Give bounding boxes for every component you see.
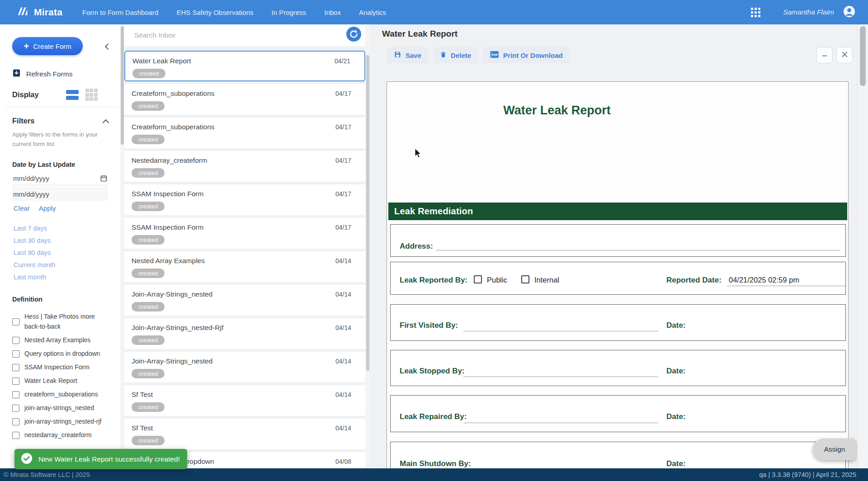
reported-date-value[interactable]: 04/21/2025 02:59 pm (729, 276, 799, 284)
clear-link[interactable]: Clear (14, 204, 30, 212)
inbox-item[interactable]: Nested Array Examples 04/14 created (124, 251, 365, 282)
date-label: Date: (666, 412, 686, 421)
definition-option[interactable]: Water Leak Report (12, 374, 113, 388)
toast-message: New Water Leak Report successfully creat… (38, 455, 180, 463)
detail-title: Water Leak Report (382, 29, 458, 39)
status-badge: created (132, 302, 165, 311)
nav-ehs-safety-observations[interactable]: EHS Safety Observations (176, 9, 253, 16)
range-last-7-days[interactable]: Last 7 days (14, 222, 56, 235)
definition-option-label: SSAM Inspection Form (24, 363, 90, 373)
refresh-forms-button[interactable]: Refresh Forms (12, 69, 73, 79)
definition-option[interactable]: join-array-strings_nested-rjf (12, 415, 113, 429)
print-or-download-button[interactable]: PDF Print Or Download (483, 47, 570, 63)
field-label: Leak Repaired By: (400, 412, 467, 421)
grid-view-icon[interactable] (85, 89, 98, 101)
inbox-item[interactable]: Createform_suboperations 04/17 created (124, 84, 365, 115)
inbox-item-date: 04/14 (335, 291, 351, 298)
delete-button[interactable]: Delete (433, 47, 478, 63)
range-last-30-days[interactable]: Last 30 days (14, 235, 56, 247)
checkbox[interactable] (12, 337, 19, 344)
definition-option[interactable]: Query options in dropdown (12, 347, 113, 361)
definition-option[interactable]: Hess | Take Photos more back-to-back (12, 310, 113, 334)
assign-button[interactable]: Assign (813, 439, 856, 460)
checkbox[interactable] (12, 418, 19, 425)
create-form-button[interactable]: + Create Form (12, 37, 83, 55)
definition-option-label: Hess | Take Photos more back-to-back (24, 312, 110, 331)
definition-option[interactable]: nestedarray_createform (12, 429, 113, 442)
public-checkbox[interactable] (474, 275, 482, 283)
list-view-icon[interactable] (66, 90, 79, 100)
definition-option[interactable]: createform_suboperations (12, 388, 113, 401)
inbox-item-title: Water Leak Report (132, 57, 351, 65)
inbox-item[interactable]: Join-Array-Strings_nested-Rjf 04/14 crea… (124, 318, 365, 349)
address-input-line[interactable] (436, 250, 840, 250)
internal-checkbox[interactable] (521, 275, 529, 283)
checkbox[interactable] (12, 350, 19, 358)
page-scrollbar-thumb[interactable] (860, 26, 866, 86)
inbox-item[interactable]: SSAM Inspection Form 04/17 created (124, 218, 365, 249)
range-last-month[interactable]: Last month (14, 271, 56, 283)
nav-form-to-form-dashboard[interactable]: Form to Form Dashboard (82, 9, 158, 16)
close-button[interactable] (836, 47, 853, 63)
reported-date-input-line[interactable] (727, 286, 846, 286)
chevron-up-icon[interactable] (103, 119, 109, 125)
definition-option[interactable]: join-array-strings_nested (12, 401, 113, 415)
inbox-item[interactable]: Createform_suboperations 04/17 created (124, 118, 365, 148)
inbox-scrollbar[interactable] (365, 24, 370, 468)
range-current-month[interactable]: Current month (14, 259, 56, 271)
field-input-line[interactable] (463, 423, 658, 423)
chevron-left-icon (105, 43, 111, 50)
definition-option-label: join-array-strings_nested (24, 403, 94, 413)
field-input-line[interactable] (463, 377, 658, 377)
inbox-scrollbar-thumb[interactable] (366, 55, 369, 371)
collapse-sidebar-button[interactable] (106, 42, 110, 51)
status-badge: created (132, 436, 165, 445)
inbox-item[interactable]: Join-Array-Strings_nested 04/14 created (124, 285, 365, 316)
minimize-button[interactable] (816, 47, 833, 63)
sidebar-scrollbar[interactable] (120, 24, 124, 468)
sidebar-scrollbar-thumb[interactable] (121, 26, 124, 145)
nav-in-progress[interactable]: In Progress (272, 9, 307, 16)
inbox-item-title: Sf Test (132, 424, 352, 432)
calendar-icon[interactable] (100, 175, 107, 184)
inbox-item[interactable]: Sf Test 04/14 created (124, 385, 365, 416)
field-input-line[interactable] (463, 331, 658, 331)
search-input[interactable] (134, 28, 333, 42)
range-last-90-days[interactable]: Last 90 days (14, 247, 56, 259)
apply-link[interactable]: Apply (39, 204, 56, 212)
definition-filter-list: Hess | Take Photos more back-to-back Nes… (12, 310, 113, 442)
definition-option-label: createform_suboperations (24, 390, 98, 400)
refresh-inbox-icon[interactable] (346, 26, 362, 42)
copyright-text: © Mirata Software LLC | 2025 (4, 471, 90, 478)
definition-option-label: Nested Array Examples (24, 335, 90, 345)
nav-analytics[interactable]: Analytics (359, 9, 386, 16)
save-icon (394, 51, 401, 60)
inbox-item[interactable]: Nestedarray_createform 04/17 created (124, 151, 365, 182)
apps-grid-icon[interactable] (751, 8, 760, 17)
inbox-item[interactable]: Water Leak Report 04/21 created (124, 51, 365, 81)
status-badge: created (132, 269, 165, 278)
checkbox[interactable] (12, 377, 19, 385)
checkbox[interactable] (12, 364, 19, 371)
inbox-item[interactable]: SSAM Inspection Form 04/17 created (124, 184, 365, 215)
definition-option[interactable]: SSAM Inspection Form (12, 361, 113, 374)
avatar[interactable] (843, 5, 855, 19)
checkbox[interactable] (12, 405, 19, 412)
checkbox[interactable] (12, 391, 19, 398)
delete-label: Delete (451, 52, 471, 59)
save-button[interactable]: Save (387, 47, 428, 63)
inbox-item[interactable]: Join-Array-Strings_nested 04/14 created (124, 352, 365, 382)
inbox-item[interactable]: Sf Test 04/14 created (124, 419, 365, 449)
date-from-input[interactable] (12, 172, 108, 185)
checkbox[interactable] (12, 318, 19, 325)
inbox-item-date: 04/17 (335, 190, 351, 198)
close-icon (841, 51, 848, 60)
page-scrollbar[interactable] (857, 24, 868, 468)
checkbox[interactable] (12, 432, 19, 439)
user-name: Samantha Flaim (783, 8, 834, 16)
date-to-input[interactable] (12, 187, 108, 201)
nav-inbox[interactable]: Inbox (324, 9, 341, 16)
definition-option[interactable]: Nested Array Examples (12, 334, 113, 347)
inbox-item-title: SSAM Inspection Form (132, 223, 352, 231)
display-toggle: Display (12, 89, 98, 101)
